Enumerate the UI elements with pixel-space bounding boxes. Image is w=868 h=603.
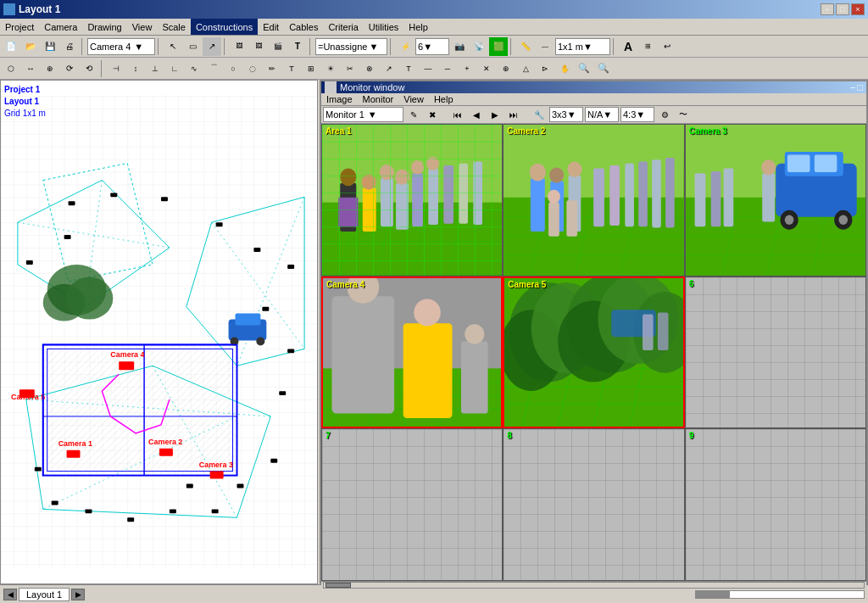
t2-btn2[interactable]: ↔ — [21, 59, 40, 78]
t2-btn27[interactable]: △ — [516, 59, 535, 78]
t2-btn20[interactable]: ↗ — [380, 59, 398, 78]
size-dropdown[interactable]: 1x1 m ▼ — [555, 38, 610, 55]
t2-btn26[interactable]: ⊕ — [497, 59, 515, 78]
ruler2-btn[interactable]: — — [536, 37, 554, 56]
na-dropdown[interactable]: N/A ▼ — [585, 107, 619, 122]
monitor-settings-btn[interactable]: ⚙ — [656, 107, 673, 122]
t2-btn6[interactable]: ⊣ — [107, 59, 125, 78]
monitor-delete-btn[interactable]: ✖ — [424, 107, 441, 122]
camera-cell-1[interactable]: Area 1 — [321, 124, 503, 276]
scroll-left-btn[interactable]: ◀ — [3, 589, 17, 600]
tool-a[interactable]: ⚡ — [396, 37, 415, 56]
camera-cell-3[interactable]: Camera 3 — [685, 124, 866, 276]
nav-next-btn[interactable]: ▶ — [487, 107, 504, 122]
monitor-wave-btn[interactable]: 〜 — [675, 107, 692, 122]
print-button[interactable]: 🖨 — [60, 37, 79, 56]
t2-btn15[interactable]: T — [282, 59, 301, 78]
nav-prev-btn[interactable]: ◀ — [468, 107, 485, 122]
img3-btn[interactable]: 🎬 — [269, 37, 287, 56]
monitor-select-dropdown[interactable]: Monitor 1 ▼ — [323, 107, 403, 122]
save-button[interactable]: 💾 — [41, 37, 59, 56]
monitor-tool-btn[interactable]: 🔧 — [531, 107, 548, 122]
scroll-right-btn[interactable]: ▶ — [71, 589, 85, 600]
menu-view[interactable]: View — [127, 19, 158, 35]
t2-btn9[interactable]: ∟ — [165, 59, 184, 78]
t2-btn28[interactable]: ⊳ — [536, 59, 554, 78]
zoom-out-btn[interactable]: 🔍 — [594, 59, 613, 78]
img1-btn[interactable]: 🖼 — [230, 37, 248, 56]
menu-constructions[interactable]: Constructions — [191, 19, 258, 35]
t2-btn16[interactable]: ⊞ — [302, 59, 320, 78]
maximize-button[interactable]: □ — [836, 3, 849, 15]
tool-c[interactable]: 📡 — [470, 37, 488, 56]
camera-cell-9[interactable]: 9 — [685, 428, 866, 581]
camera-cell-7[interactable]: 7 — [321, 428, 503, 581]
t2-btn18[interactable]: ✂ — [341, 59, 359, 78]
monitor-menu-help[interactable]: Help — [429, 93, 459, 105]
t2-btn14[interactable]: ✏ — [263, 59, 281, 78]
minimize-button[interactable]: − — [821, 3, 834, 15]
t2-btn8[interactable]: ⊥ — [146, 59, 164, 78]
camera-cell-4[interactable]: Camera 4 — [321, 276, 503, 429]
open-button[interactable]: 📂 — [21, 37, 40, 56]
font-btn[interactable]: A — [619, 37, 637, 56]
camera-cell-8[interactable]: 8 — [503, 428, 684, 581]
cursor-tool[interactable]: ↗ — [203, 37, 221, 56]
t2-btn19[interactable]: ⊗ — [360, 59, 379, 78]
nav-first-btn[interactable]: ⏮ — [449, 107, 466, 122]
ruler-btn[interactable]: 📏 — [516, 37, 535, 56]
t2-btn23[interactable]: ─ — [438, 59, 457, 78]
monitor-minimize-btn[interactable]: − — [850, 82, 855, 92]
monitor-scrollbar[interactable] — [321, 581, 866, 589]
number-dropdown[interactable]: 6 ▼ — [415, 38, 449, 55]
t2-btn11[interactable]: ⌒ — [204, 59, 223, 78]
menu-utilities[interactable]: Utilities — [364, 19, 403, 35]
monitor-menu-image[interactable]: Image — [321, 93, 358, 105]
statusbar-scrollbar[interactable] — [695, 590, 865, 599]
monitor-menu-view[interactable]: View — [398, 93, 429, 105]
img2-btn[interactable]: 🖼 — [249, 37, 268, 56]
t2-btn21[interactable]: T — [399, 59, 418, 78]
grid-size-dropdown[interactable]: 3x3 ▼ — [549, 107, 583, 122]
camera-cell-5[interactable]: Camera 5 — [503, 276, 684, 429]
t2-btn3[interactable]: ⊕ — [41, 59, 59, 78]
new-button[interactable]: 📄 — [2, 37, 20, 56]
t2-btn7[interactable]: ↕ — [126, 59, 145, 78]
tool-b[interactable]: 📷 — [450, 37, 469, 56]
t2-btn25[interactable]: ✕ — [477, 59, 496, 78]
monitor-menu-monitor[interactable]: Monitor — [358, 93, 399, 105]
menu-edit[interactable]: Edit — [258, 19, 284, 35]
camera-cell-2[interactable]: Camera 2 — [503, 124, 684, 276]
menu-drawing[interactable]: Drawing — [82, 19, 126, 35]
t2-btn17[interactable]: ☀ — [321, 59, 340, 78]
t2-btn4[interactable]: ⟳ — [60, 59, 79, 78]
zoom-in-btn[interactable]: 🔍 — [575, 59, 593, 78]
menu-project[interactable]: Project — [0, 19, 39, 35]
monitor-maximize-btn[interactable]: □ — [857, 82, 863, 92]
grid-btn[interactable]: ⊞ — [638, 37, 657, 56]
menu-camera[interactable]: Camera — [39, 19, 82, 35]
t2-btn1[interactable]: ⬡ — [2, 59, 20, 78]
t2-btn10[interactable]: ∿ — [185, 59, 203, 78]
menu-help[interactable]: Help — [403, 19, 433, 35]
t2-btn29[interactable]: ✋ — [555, 59, 574, 78]
text-btn[interactable]: T — [288, 37, 307, 56]
menu-scale[interactable]: Scale — [157, 19, 191, 35]
nav-last-btn[interactable]: ⏭ — [505, 107, 522, 122]
monitor-edit-btn[interactable]: ✎ — [405, 107, 422, 122]
ratio-dropdown[interactable]: 4:3 ▼ — [620, 107, 654, 122]
t2-btn24[interactable]: + — [458, 59, 476, 78]
close-button[interactable]: × — [851, 3, 865, 15]
t2-btn12[interactable]: ○ — [224, 59, 242, 78]
layout-tab[interactable]: Layout 1 — [19, 588, 70, 601]
assign-dropdown[interactable]: =Unassigne ▼ — [315, 38, 387, 55]
layout-panel[interactable]: Project 1 Layout 1 Grid 1x1 m — [0, 80, 318, 584]
select-tool[interactable]: ↖ — [164, 37, 182, 56]
undo-btn[interactable]: ↩ — [658, 37, 676, 56]
menu-cables[interactable]: Cables — [284, 19, 323, 35]
t2-btn22[interactable]: — — [419, 59, 437, 78]
tool-d[interactable]: 🟩 — [489, 37, 508, 56]
t2-btn5[interactable]: ⟲ — [80, 59, 98, 78]
menu-criteria[interactable]: Criteria — [323, 19, 363, 35]
camera-cell-6[interactable]: 6 — [685, 276, 866, 429]
